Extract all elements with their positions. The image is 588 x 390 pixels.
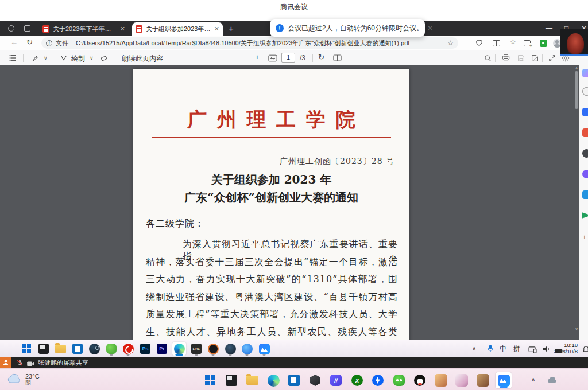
browser-essentials-icon[interactable]: [474, 38, 483, 48]
page-view-icon[interactable]: [332, 53, 342, 63]
hexagon-app-icon[interactable]: [307, 372, 323, 388]
file-explorer-icon[interactable]: [244, 372, 260, 388]
cast-screen-icon[interactable]: [528, 345, 537, 356]
weather-widget[interactable]: 23°C 阴: [25, 373, 40, 387]
game-app-icon-1[interactable]: [433, 372, 449, 388]
zoom-in-icon[interactable]: +: [255, 53, 260, 61]
microphone-in-use-icon[interactable]: [487, 344, 494, 355]
separator: [312, 54, 313, 62]
dark-ring-app-icon[interactable]: [206, 342, 220, 356]
scroll-up-icon[interactable]: ∧: [574, 66, 579, 71]
read-aloud-button[interactable]: 朗读此页内容: [122, 54, 163, 64]
tab-close-icon[interactable]: ✕: [120, 25, 125, 33]
screen-share-bar: 张健鹏的屏幕共享: [0, 357, 588, 368]
notification-bell-icon[interactable]: [582, 345, 588, 355]
workspaces-icon[interactable]: [8, 25, 14, 32]
edge-browser-icon[interactable]: [265, 372, 281, 388]
rotate-icon[interactable]: ↻: [318, 53, 324, 61]
toast-text: 会议已超过2人，自动转为60分钟限时会议。: [288, 24, 423, 33]
task-view-icon[interactable]: [37, 342, 51, 356]
sidebar-person-icon[interactable]: [582, 149, 588, 158]
sidebar-search-icon[interactable]: [582, 87, 588, 96]
draw-label[interactable]: 绘制: [71, 54, 85, 64]
meeting-webcam-thumbnail[interactable]: [560, 29, 588, 56]
tray-chevron-up-icon[interactable]: ∧: [531, 376, 535, 383]
pinyin-indicator[interactable]: 拼: [513, 344, 520, 354]
save-icon[interactable]: [516, 53, 526, 63]
scroll-down-icon[interactable]: ∨: [574, 327, 579, 332]
sidebar-add-icon[interactable]: +: [582, 233, 588, 241]
eraser-icon[interactable]: [99, 53, 109, 63]
draw-pen-icon[interactable]: [59, 53, 69, 63]
sidebar-app-icon-red[interactable]: [582, 128, 588, 137]
collections-icon[interactable]: [523, 38, 532, 48]
address-url[interactable]: C:/Users/15215/AppData/Local/Temp/Rar$DI…: [76, 39, 444, 48]
start-button[interactable]: [20, 342, 33, 356]
onedrive-cloud-icon[interactable]: [547, 376, 558, 386]
qq-icon[interactable]: [412, 372, 428, 388]
dark-circle-app-icon[interactable]: [223, 342, 237, 356]
tencent-meeting-icon[interactable]: [257, 342, 271, 356]
slashes-app-icon[interactable]: //: [328, 372, 344, 388]
epic-games-icon[interactable]: EPIC: [189, 342, 203, 356]
contents-icon[interactable]: [7, 53, 17, 63]
blue-circle-app-icon[interactable]: [240, 342, 254, 356]
weather-cloud-icon[interactable]: [7, 373, 22, 386]
tray-clock[interactable]: 18:18 2023/10/8: [554, 342, 578, 354]
browser-tab-1[interactable]: 关于2023年下半年学校众创空间 ✕: [39, 22, 129, 36]
favorites-hub-icon[interactable]: ☆: [510, 38, 516, 46]
green-chat-app-icon[interactable]: [391, 372, 407, 388]
microsoft-store-icon[interactable]: [286, 372, 302, 388]
game-app-icon-3[interactable]: [475, 372, 491, 388]
game-app-icon-2[interactable]: [454, 372, 470, 388]
photoshop-icon[interactable]: Ps: [138, 342, 152, 356]
print-icon[interactable]: [501, 53, 511, 63]
window-minimize-button[interactable]: —: [546, 24, 552, 32]
netease-music-icon[interactable]: [121, 342, 135, 356]
refresh-icon[interactable]: ↻: [26, 38, 33, 46]
search-icon[interactable]: [482, 53, 493, 63]
fullscreen-icon[interactable]: [547, 53, 557, 63]
scrollbar-thumb[interactable]: [575, 71, 578, 109]
steam-icon[interactable]: [87, 342, 101, 356]
split-screen-icon[interactable]: [492, 38, 501, 48]
xbox-icon[interactable]: x: [349, 372, 365, 388]
separator: [114, 54, 114, 62]
back-icon[interactable]: ←: [10, 38, 18, 46]
toast-close-icon[interactable]: ✕: [427, 24, 433, 32]
pdf-scrollbar[interactable]: ∧ ∨: [574, 65, 579, 340]
tab-actions-icon[interactable]: [24, 25, 30, 32]
address-bar[interactable]: i 文件 C:/Users/15215/AppData/Local/Temp/R…: [41, 37, 458, 49]
chevron-down-icon[interactable]: ∨: [44, 55, 48, 61]
speaker-icon[interactable]: [542, 345, 550, 355]
zoom-out-icon[interactable]: −: [238, 53, 242, 61]
browser-tab-2-active[interactable]: 关于组织参加2023年广东“众创杯 ✕: [132, 22, 223, 36]
fit-width-icon[interactable]: [268, 53, 278, 63]
save-as-icon[interactable]: [529, 53, 540, 63]
extension-icon[interactable]: [539, 38, 548, 48]
lightning-app-icon[interactable]: [370, 372, 386, 388]
ime-indicator[interactable]: 中: [500, 344, 506, 354]
tab-close-icon[interactable]: ✕: [214, 25, 219, 33]
favorite-star-icon[interactable]: ☆: [447, 39, 454, 47]
tab-title: 关于2023年下半年学校众创空间: [53, 25, 117, 33]
page-number-input[interactable]: 1: [281, 53, 295, 63]
highlighter-icon[interactable]: [30, 53, 40, 63]
tencent-meeting-icon[interactable]: [496, 372, 512, 388]
microsoft-store-icon[interactable]: [71, 342, 84, 356]
premiere-icon[interactable]: Pr: [155, 342, 169, 356]
chevron-down-icon[interactable]: ∨: [90, 55, 94, 61]
start-button[interactable]: [202, 372, 218, 388]
sidebar-camera-icon[interactable]: [582, 190, 588, 199]
task-view-icon[interactable]: [223, 372, 239, 388]
sidebar-send-icon[interactable]: [582, 211, 588, 220]
page-info-icon[interactable]: i: [46, 40, 52, 46]
green-app-icon[interactable]: [105, 342, 118, 356]
file-explorer-icon[interactable]: [53, 342, 67, 356]
sidebar-copilot-icon[interactable]: [582, 69, 588, 77]
sidebar-app-icon-purple[interactable]: [582, 170, 588, 178]
edge-browser-icon[interactable]: [172, 342, 186, 356]
tray-chevron-up-icon[interactable]: ∧: [472, 345, 476, 352]
new-tab-button[interactable]: +: [229, 24, 234, 33]
sidebar-app-icon-blue[interactable]: [582, 108, 588, 116]
